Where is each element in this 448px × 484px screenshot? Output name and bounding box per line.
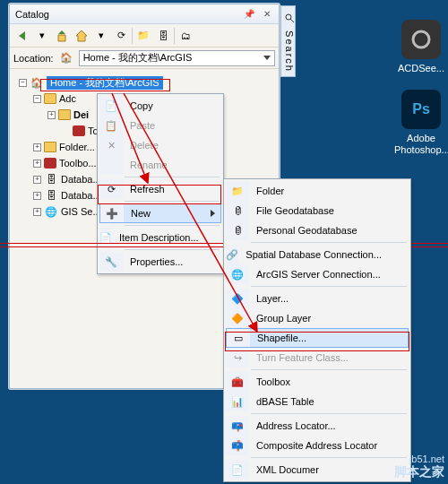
- expander-plus-icon[interactable]: +: [33, 160, 41, 168]
- menu-separator: [251, 457, 407, 458]
- desktop-icon-photoshop[interactable]: Ps Adobe Photoshop...: [394, 90, 448, 156]
- submenu-item-file-gdb[interactable]: 🛢File Geodatabase: [226, 201, 409, 220]
- tree-item-label: Toolbo...: [59, 158, 97, 169]
- submenu-item-personal-gdb[interactable]: 🛢Personal Geodatabase: [226, 220, 409, 240]
- expander-plus-icon[interactable]: +: [33, 176, 41, 184]
- toolbox-icon: [73, 125, 85, 136]
- submenu-item-toolbox[interactable]: 🧰Toolbox: [226, 372, 409, 392]
- menu-item-properties[interactable]: 🔧Properties...: [99, 252, 221, 272]
- comp-address-icon: 📫: [226, 436, 249, 455]
- menu-item-copy[interactable]: 📄Copy: [99, 96, 221, 116]
- new-icon: ➕: [100, 204, 124, 222]
- server-icon: 🌐: [226, 264, 249, 284]
- submenu-item-xml[interactable]: 📄XML Documer: [226, 460, 409, 480]
- tree-item-label: Adc: [59, 93, 76, 104]
- location-dropdown-icon[interactable]: [263, 56, 271, 60]
- connect-folder-button[interactable]: 📁: [134, 27, 152, 45]
- new-submenu: 📁Folder 🛢File Geodatabase 🛢Personal Geod…: [223, 178, 411, 482]
- dbconn-icon: 🔗: [226, 245, 238, 264]
- refresh-icon: ⟳: [99, 179, 123, 199]
- expander-minus-icon[interactable]: −: [19, 79, 27, 87]
- desktop-icon-label: Adobe: [394, 133, 448, 144]
- expander-minus-icon[interactable]: −: [33, 95, 41, 103]
- tree-item-label: Databa...: [61, 190, 101, 201]
- paste-icon: 📋: [99, 116, 123, 135]
- toolbox-icon: [44, 158, 56, 169]
- search-dock-label: Search: [284, 30, 295, 73]
- menu-separator: [251, 369, 407, 370]
- toggle-tree-button[interactable]: 🗂: [177, 27, 194, 45]
- folder-icon: [44, 93, 56, 104]
- turn-icon: ↪: [226, 348, 249, 367]
- watermark-url: jb51.net: [409, 454, 444, 464]
- menu-item-rename: Rename: [99, 155, 221, 175]
- expander-plus-icon[interactable]: +: [47, 111, 56, 119]
- watermark-brand: 脚本之家: [394, 464, 444, 480]
- menu-separator: [125, 225, 220, 226]
- menu-separator: [125, 201, 220, 202]
- submenu-item-layer[interactable]: 🔷Layer...: [226, 289, 409, 308]
- submenu-item-folder[interactable]: 📁Folder: [226, 181, 409, 201]
- expander-plus-icon[interactable]: +: [33, 208, 41, 216]
- refresh-toolbar-button[interactable]: ⟳: [112, 27, 130, 45]
- layer-icon: 🔷: [226, 289, 249, 308]
- properties-icon: 🔧: [99, 252, 123, 272]
- menu-item-refresh[interactable]: ⟳Refresh: [99, 179, 221, 199]
- folder-icon: [58, 109, 71, 120]
- home-folder-icon: 🏠: [30, 76, 44, 89]
- expander-plus-icon[interactable]: +: [33, 143, 41, 151]
- menu-item-new[interactable]: ➕New: [99, 203, 221, 223]
- group-layer-icon: 🔶: [226, 308, 249, 328]
- submenu-item-addr-locator[interactable]: 📪Address Locator...: [226, 416, 409, 436]
- pin-icon[interactable]: 📌: [243, 8, 255, 21]
- up-button[interactable]: [53, 27, 71, 45]
- back-dropdown[interactable]: ▾: [33, 27, 51, 45]
- database-icon: 🗄: [44, 173, 58, 186]
- folder-icon: 📁: [226, 181, 249, 201]
- location-input[interactable]: Home - 我的文档\ArcGIS: [79, 50, 275, 66]
- tree-item-label: Databa...: [61, 174, 101, 185]
- submenu-item-group-layer[interactable]: 🔶Group Layer: [226, 308, 409, 328]
- tree-item-label: Folder...: [59, 142, 95, 152]
- document-icon: 📄: [99, 228, 112, 247]
- submenu-item-shapefile[interactable]: ▭Shapefile...: [226, 328, 409, 348]
- submenu-item-comp-addr[interactable]: 📫Composite Address Locator: [226, 436, 409, 455]
- menu-item-description[interactable]: 📄Item Description...: [99, 228, 221, 247]
- table-icon: 📊: [226, 392, 249, 411]
- home-button[interactable]: [73, 27, 90, 45]
- close-icon[interactable]: ✕: [261, 8, 273, 21]
- chevron-right-icon: [211, 210, 215, 217]
- database-icon: 🗄: [44, 189, 58, 202]
- tree-item-label: Dei: [73, 109, 89, 120]
- copy-icon: 📄: [99, 96, 123, 116]
- svg-point-0: [413, 31, 429, 48]
- home-folder-icon: 🏠: [59, 52, 73, 65]
- catalog-titlebar[interactable]: Catalog 📌 ✕: [10, 4, 279, 24]
- tree-root-label: Home - 我的文档\ArcGIS: [47, 76, 163, 90]
- expander-plus-icon[interactable]: +: [33, 192, 41, 200]
- catalog-toolbar: ▾ ▾ ⟳ 📁 🗄 🗂: [10, 24, 279, 48]
- back-button[interactable]: [13, 27, 31, 45]
- submenu-item-spatial-db[interactable]: 🔗Spatial Database Connection...: [226, 245, 409, 264]
- shapefile-icon: ▭: [227, 329, 250, 347]
- search-dock-tab[interactable]: Search: [280, 5, 296, 77]
- desktop-icon-label2: Photoshop...: [394, 144, 448, 156]
- submenu-item-dbase[interactable]: 📊dBASE Table: [226, 392, 409, 411]
- desktop-icon-acdsee[interactable]: ACDSee...: [394, 20, 448, 74]
- menu-item-paste: 📋Paste: [99, 116, 221, 135]
- svg-line-2: [290, 19, 294, 22]
- home-dropdown[interactable]: ▾: [92, 27, 110, 45]
- submenu-item-arcgis-server[interactable]: 🌐ArcGIS Server Connection...: [226, 264, 409, 284]
- folder-icon: [44, 142, 56, 152]
- catalog-title-text: Catalog: [15, 9, 49, 20]
- tree-root[interactable]: − 🏠 Home - 我的文档\ArcGIS: [19, 74, 275, 91]
- connect-gdb-button[interactable]: 🗄: [154, 27, 172, 45]
- menu-separator: [251, 413, 407, 414]
- desktop-icon-label: ACDSee...: [394, 63, 448, 74]
- server-icon: 🌐: [44, 205, 58, 218]
- xml-icon: 📄: [226, 460, 249, 480]
- menu-separator: [251, 286, 407, 287]
- submenu-item-turn-fc: ↪Turn Feature Class...: [226, 348, 409, 367]
- location-label: Location:: [13, 53, 54, 64]
- menu-separator: [251, 242, 407, 243]
